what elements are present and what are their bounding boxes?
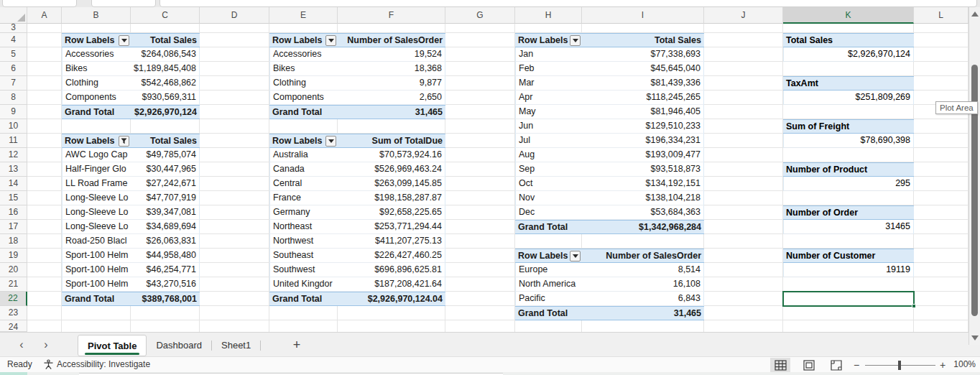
- kpi-value[interactable]: $251,809,269: [783, 91, 914, 105]
- col-header-K[interactable]: K: [783, 7, 914, 24]
- col-header-L[interactable]: L: [914, 7, 969, 24]
- pivot-data-row[interactable]: Feb$45,645,040: [515, 62, 704, 76]
- pivot-data-row[interactable]: Bikes18,368: [269, 62, 445, 76]
- cell-value[interactable]: $264,086,543: [131, 47, 199, 61]
- cell-value[interactable]: $187,208,421.64: [338, 277, 445, 291]
- pivot-data-row[interactable]: Sport-100 Helm$44,958,480: [62, 249, 200, 263]
- pivot-data-row[interactable]: United Kingdor$187,208,421.64: [269, 277, 445, 292]
- pivot-total-row[interactable]: Grand Total$389,768,001: [62, 292, 200, 306]
- cell-value[interactable]: $34,689,694: [131, 220, 199, 233]
- scroll-down-arrow-icon[interactable]: [971, 335, 979, 341]
- pivot-data-row[interactable]: Long-Sleeve Lo$47,707,919: [62, 191, 200, 205]
- cell-label[interactable]: May: [516, 105, 583, 119]
- normal-view-button[interactable]: [770, 358, 790, 372]
- cell-value[interactable]: $81,946,405: [583, 105, 703, 119]
- cell-label[interactable]: Grand Total: [269, 106, 338, 119]
- cell-label[interactable]: Australia: [270, 148, 338, 162]
- row-header-15[interactable]: 15: [0, 191, 27, 205]
- row-header-9[interactable]: 9: [0, 105, 27, 119]
- cell-label[interactable]: Components: [270, 91, 338, 104]
- pivot-data-row[interactable]: Components2,650: [269, 91, 445, 105]
- kpi-label[interactable]: TaxAmt: [783, 76, 914, 91]
- zoom-out-button[interactable]: −: [854, 359, 859, 371]
- cell-label[interactable]: Dec: [516, 205, 583, 219]
- cell-value[interactable]: $253,771,294.44: [338, 220, 445, 233]
- col-header-H[interactable]: H: [515, 7, 582, 24]
- cell-label[interactable]: Pacific: [516, 292, 583, 305]
- pivot-data-row[interactable]: Pacific6,843: [515, 292, 704, 306]
- cell-label[interactable]: Germany: [270, 205, 338, 219]
- select-all-corner[interactable]: [0, 7, 27, 24]
- pivot-data-row[interactable]: Southeast$226,427,460.25: [269, 249, 445, 263]
- cell-label[interactable]: Northwest: [270, 234, 338, 248]
- pivot-data-row[interactable]: North America16,108: [515, 277, 704, 292]
- pivot-data-row[interactable]: Oct$134,192,151: [515, 177, 704, 191]
- zoom-in-button[interactable]: +: [940, 359, 946, 371]
- scroll-up-arrow-icon[interactable]: [971, 11, 979, 17]
- active-cell-selection[interactable]: [782, 291, 915, 307]
- row-header-18[interactable]: 18: [0, 234, 27, 249]
- cell-label[interactable]: Aug: [516, 148, 583, 162]
- cell-value[interactable]: $196,334,231: [583, 134, 703, 147]
- cell-label[interactable]: Grand Total: [515, 307, 582, 320]
- cell-value[interactable]: $134,192,151: [583, 177, 703, 190]
- filter-dropdown-icon[interactable]: [570, 35, 581, 46]
- cell-value[interactable]: $193,009,477: [583, 148, 703, 162]
- kpi-value[interactable]: 31465: [783, 220, 914, 234]
- cell-label[interactable]: Nov: [516, 191, 583, 205]
- cell-label[interactable]: Sport-100 Helm: [63, 249, 131, 262]
- col-header-D[interactable]: D: [200, 7, 269, 24]
- cell-value[interactable]: $49,785,074: [131, 148, 199, 162]
- cell-label[interactable]: LL Road Frame: [63, 177, 131, 190]
- cell-label[interactable]: Jun: [516, 119, 583, 133]
- col-header-E[interactable]: E: [269, 7, 338, 24]
- add-sheet-button[interactable]: +: [287, 336, 306, 353]
- fill-handle[interactable]: [912, 304, 916, 308]
- pivot-total-row[interactable]: Grand Total$1,342,968,284: [515, 220, 704, 234]
- cell-label[interactable]: North America: [516, 277, 583, 291]
- cell-value[interactable]: $44,958,480: [131, 249, 199, 262]
- pivot-data-row[interactable]: Components$930,569,311: [62, 91, 200, 105]
- cell-label[interactable]: Half-Finger Glo: [63, 162, 131, 176]
- cell-label[interactable]: Row Labels: [515, 249, 582, 262]
- pivot-data-row[interactable]: Sep$93,518,873: [515, 162, 704, 177]
- cell-value[interactable]: $198,158,287.87: [338, 191, 445, 205]
- cell-label[interactable]: Long-Sleeve Lo: [63, 220, 131, 233]
- vertical-scrollbar[interactable]: [969, 7, 980, 345]
- cell-label[interactable]: Southwest: [270, 263, 338, 277]
- cell-value[interactable]: $1,189,845,408: [131, 62, 199, 75]
- cell-value[interactable]: 9,877: [338, 76, 445, 90]
- pivot-data-row[interactable]: Europe8,514: [515, 263, 704, 277]
- cell-value[interactable]: $77,338,693: [583, 47, 703, 61]
- cell-value[interactable]: $411,207,275.13: [338, 234, 445, 248]
- pivot-data-row[interactable]: Bikes$1,189,845,408: [62, 62, 200, 76]
- filter-funnel-icon[interactable]: [119, 136, 129, 147]
- cell-value[interactable]: $118,245,265: [583, 91, 703, 104]
- cell-label[interactable]: Oct: [516, 177, 583, 190]
- cell-value[interactable]: $1,342,968,284: [582, 221, 704, 233]
- cell-value[interactable]: $226,427,460.25: [338, 249, 445, 262]
- cell-value[interactable]: $43,270,516: [131, 277, 199, 291]
- row-header-13[interactable]: 13: [0, 162, 27, 177]
- cell-label[interactable]: AWC Logo Cap: [63, 148, 131, 162]
- pivot-data-row[interactable]: Aug$193,009,477: [515, 148, 704, 162]
- kpi-value[interactable]: 19119: [783, 263, 914, 277]
- row-header-16[interactable]: 16: [0, 205, 27, 220]
- cell-label[interactable]: Clothing: [63, 76, 131, 90]
- pivot-data-row[interactable]: Sport-100 Helm$43,270,516: [62, 277, 200, 292]
- cell-value[interactable]: 31,465: [582, 307, 704, 320]
- cell-label[interactable]: Southeast: [270, 249, 338, 262]
- col-header-I[interactable]: I: [582, 7, 704, 24]
- prev-sheet-button[interactable]: ‹: [14, 338, 29, 352]
- row-header-19[interactable]: 19: [0, 249, 27, 263]
- cell-label[interactable]: Apr: [516, 91, 583, 104]
- cell-value[interactable]: 6,843: [583, 292, 703, 305]
- cell-value[interactable]: $30,447,965: [131, 162, 199, 176]
- cell-value[interactable]: $389,768,001: [131, 292, 200, 305]
- row-header-10[interactable]: 10: [0, 119, 27, 134]
- cell-label[interactable]: Sport-100 Helm: [63, 277, 131, 291]
- cell-label[interactable]: Row Labels: [62, 134, 131, 147]
- col-header-F[interactable]: F: [338, 7, 445, 24]
- cell-value[interactable]: $81,439,336: [583, 76, 703, 90]
- row-header-14[interactable]: 14: [0, 177, 27, 191]
